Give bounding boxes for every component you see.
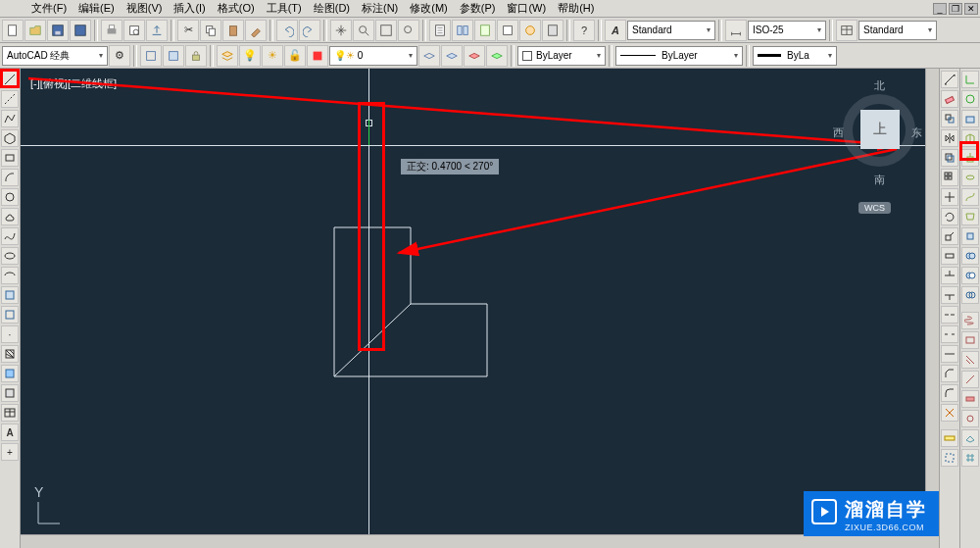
text-style-icon[interactable]: A xyxy=(605,20,626,41)
measure-icon[interactable] xyxy=(941,429,958,447)
menu-tools[interactable]: 工具(T) xyxy=(261,0,308,17)
viewcube-south[interactable]: 南 xyxy=(874,173,885,187)
viewcube[interactable]: 上 北 南 东 西 WCS xyxy=(831,76,927,212)
intersect-icon[interactable] xyxy=(961,286,979,304)
polygon-icon[interactable] xyxy=(1,129,19,147)
dim-style-dropdown[interactable]: ISO-25▾ xyxy=(748,21,826,40)
add-selected-icon[interactable]: + xyxy=(1,443,19,461)
toggle-a-icon[interactable] xyxy=(140,45,162,67)
markup-icon[interactable] xyxy=(519,20,541,41)
layer-props-icon[interactable] xyxy=(217,45,238,67)
horizontal-scrollbar[interactable] xyxy=(21,534,939,548)
copy-obj-icon[interactable] xyxy=(941,110,958,127)
helix-icon[interactable] xyxy=(961,312,979,329)
subtract-icon[interactable] xyxy=(961,267,979,284)
table-style-icon[interactable] xyxy=(836,20,858,41)
zoom-window-icon[interactable] xyxy=(353,20,374,41)
extrude-icon[interactable] xyxy=(961,149,979,167)
close-button[interactable]: ✕ xyxy=(964,3,978,15)
extend-icon[interactable] xyxy=(941,286,958,304)
point-icon[interactable]: · xyxy=(1,325,19,343)
table-icon[interactable] xyxy=(1,404,19,422)
join-icon[interactable] xyxy=(941,345,958,363)
ucs-world-icon[interactable] xyxy=(961,71,979,88)
insert-block-icon[interactable] xyxy=(1,286,19,304)
explode-icon[interactable] xyxy=(941,404,958,422)
menu-parametric[interactable]: 参数(P) xyxy=(454,0,502,17)
polyline-icon[interactable] xyxy=(1,110,19,127)
viewcube-east[interactable]: 东 xyxy=(911,125,922,140)
menu-window[interactable]: 窗口(W) xyxy=(501,0,552,17)
cut-icon[interactable]: ✂ xyxy=(177,20,199,41)
region-icon[interactable] xyxy=(1,384,19,402)
break-icon[interactable] xyxy=(941,325,958,343)
thicken-icon[interactable] xyxy=(961,390,979,408)
circle-icon[interactable] xyxy=(1,188,19,206)
open-file-icon[interactable] xyxy=(24,20,46,41)
break-point-icon[interactable] xyxy=(941,306,958,324)
bulb-icon[interactable]: 💡 xyxy=(239,45,261,67)
menu-insert[interactable]: 插入(I) xyxy=(168,0,211,17)
layer-color-icon[interactable] xyxy=(307,45,328,67)
move-icon[interactable] xyxy=(941,188,958,206)
tool-palettes-icon[interactable] xyxy=(474,20,496,41)
erase-icon[interactable] xyxy=(941,90,958,108)
freeze-icon[interactable]: ☀ xyxy=(262,45,283,67)
paste-icon[interactable] xyxy=(222,20,244,41)
trim-icon[interactable] xyxy=(941,267,958,284)
layer-tool-b-icon[interactable] xyxy=(441,45,463,67)
viewcube-north[interactable]: 北 xyxy=(874,78,885,93)
color-combo[interactable]: ByLayer▾ xyxy=(517,46,606,66)
menu-dimension[interactable]: 标注(N) xyxy=(356,0,404,17)
qcalc-icon[interactable] xyxy=(542,20,564,41)
polysolid-icon[interactable] xyxy=(961,331,979,349)
drawing-canvas[interactable]: [-][俯视][二维线框] 正交: 0.4700 < 270° xyxy=(21,69,939,548)
sheet-set-icon[interactable] xyxy=(497,20,518,41)
3dorbit-icon[interactable] xyxy=(961,90,979,108)
rectangle-icon[interactable] xyxy=(1,149,19,167)
revcloud-icon[interactable] xyxy=(1,208,19,225)
menu-draw[interactable]: 绘图(D) xyxy=(308,0,356,17)
layer-tool-c-icon[interactable] xyxy=(464,45,485,67)
toggle-b-icon[interactable] xyxy=(163,45,184,67)
undo-icon[interactable] xyxy=(276,20,298,41)
chamfer-icon[interactable] xyxy=(941,365,958,382)
layer-tool-a-icon[interactable] xyxy=(418,45,440,67)
menu-file[interactable]: 文件(F) xyxy=(25,0,73,17)
mtext-icon[interactable]: A xyxy=(1,423,19,441)
scale-icon[interactable] xyxy=(941,227,958,245)
saveas-icon[interactable] xyxy=(70,20,91,41)
layer-lock-icon[interactable]: 🔓 xyxy=(284,45,306,67)
zoom-prev-icon[interactable] xyxy=(398,20,419,41)
publish-icon[interactable] xyxy=(146,20,168,41)
offset-icon[interactable] xyxy=(941,149,958,167)
help-icon[interactable]: ? xyxy=(573,20,595,41)
layer-tool-d-icon[interactable] xyxy=(486,45,508,67)
print-icon[interactable] xyxy=(101,20,122,41)
linetype-combo[interactable]: ByLayer▾ xyxy=(615,46,743,66)
match-props-icon[interactable] xyxy=(245,20,267,41)
ellipse-icon[interactable] xyxy=(1,247,19,265)
box-icon[interactable] xyxy=(961,129,979,147)
plot-preview-icon[interactable] xyxy=(123,20,145,41)
planar-surf-icon[interactable] xyxy=(961,429,979,447)
workspace-dropdown[interactable]: AutoCAD 经典▾ xyxy=(2,46,108,66)
presspull-icon[interactable] xyxy=(961,227,979,245)
zoom-extents-icon[interactable] xyxy=(375,20,397,41)
table-style-dropdown[interactable]: Standard▾ xyxy=(858,21,937,40)
line-icon[interactable] xyxy=(1,71,19,88)
wcs-badge[interactable]: WCS xyxy=(858,202,891,214)
menu-view[interactable]: 视图(V) xyxy=(121,0,169,17)
union-icon[interactable] xyxy=(961,247,979,265)
dim-style-icon[interactable] xyxy=(725,20,747,41)
qselect-icon[interactable] xyxy=(941,449,958,467)
revolve-icon[interactable] xyxy=(961,169,979,186)
minimize-button[interactable]: _ xyxy=(933,3,947,15)
fillet-icon[interactable] xyxy=(941,384,958,402)
visual-style-icon[interactable] xyxy=(961,110,979,127)
text-style-dropdown[interactable]: Standard▾ xyxy=(627,21,715,40)
lineweight-combo[interactable]: ByLa▾ xyxy=(753,46,837,66)
array-icon[interactable] xyxy=(941,169,958,186)
ellipse-arc-icon[interactable] xyxy=(1,267,19,284)
pan-icon[interactable] xyxy=(330,20,352,41)
